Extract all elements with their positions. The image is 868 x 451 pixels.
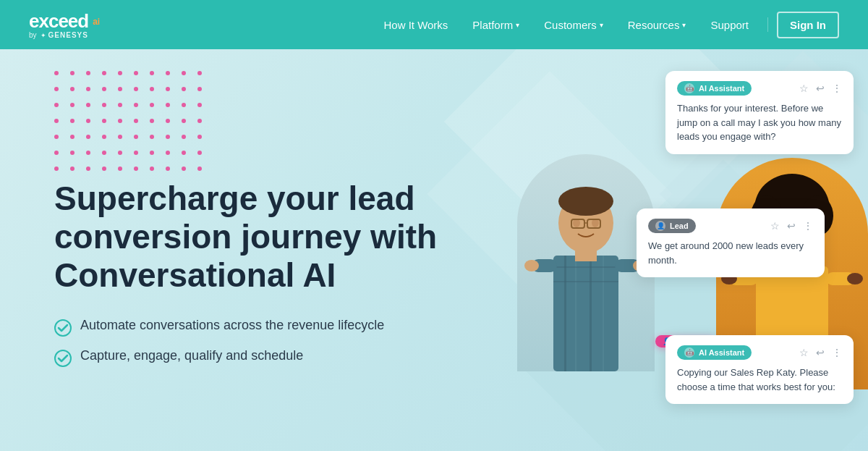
dot	[54, 71, 59, 75]
chat-text-2: We get around 2000 new leads every month…	[648, 239, 813, 267]
svg-rect-5	[590, 256, 592, 371]
ai-assistant-badge-2: 🤖 AI Assistant	[677, 345, 752, 360]
star-icon-2[interactable]: ☆	[770, 220, 780, 232]
svg-point-1	[55, 350, 71, 366]
platform-chevron-icon: ▾	[516, 21, 519, 29]
more-icon[interactable]: ⋮	[832, 83, 842, 94]
hero-feature-1: Automate conversations across the revenu…	[54, 318, 459, 337]
check-icon-2	[54, 350, 72, 367]
chat-text-3: Copying our Sales Rep Katy. Please choos…	[677, 366, 842, 394]
resources-chevron-icon: ▾	[682, 21, 686, 29]
svg-point-10	[558, 187, 613, 216]
reply-icon[interactable]: ↩	[816, 83, 825, 94]
check-icon-1	[54, 319, 72, 337]
person-left-svg	[517, 154, 655, 371]
chat-card-3: 🤖 AI Assistant ☆ ↩ ⋮ Copying our Sales R…	[665, 335, 854, 404]
more-icon-2[interactable]: ⋮	[803, 220, 813, 232]
chat-card-3-header: 🤖 AI Assistant ☆ ↩ ⋮	[677, 345, 842, 360]
more-icon-3[interactable]: ⋮	[832, 347, 842, 358]
dot	[197, 71, 202, 75]
chat-actions-2: ☆ ↩ ⋮	[770, 220, 813, 232]
hero-feature-2: Capture, engage, qualify and schedule	[54, 348, 459, 367]
svg-rect-7	[553, 266, 618, 268]
svg-rect-4	[575, 256, 576, 371]
ai-icon-2: 🤖	[684, 347, 694, 358]
nav-divider	[767, 17, 768, 32]
lead-badge: 👤 Lead	[648, 219, 696, 233]
dot	[102, 71, 106, 75]
chat-actions-3: ☆ ↩ ⋮	[799, 347, 842, 358]
chat-card-1-header: 🤖 AI Assistant ☆ ↩ ⋮	[677, 81, 842, 96]
logo-brand-text: GENESYS	[48, 31, 88, 39]
logo-main: exceedai	[29, 10, 100, 33]
hero-title: Supercharge your lead conversion journey…	[54, 180, 459, 295]
logo-area: exceedai by ✦ GENESYS	[29, 10, 100, 39]
lead-icon: 👤	[655, 221, 665, 231]
dot	[118, 71, 122, 75]
ai-assistant-badge-1: 🤖 AI Assistant	[677, 81, 752, 96]
dot	[134, 71, 138, 75]
logo-by-text: by	[29, 31, 37, 39]
dot	[150, 71, 154, 75]
nav-platform[interactable]: Platform ▾	[462, 13, 529, 37]
reply-icon-3[interactable]: ↩	[816, 347, 825, 358]
nav-customers[interactable]: Customers ▾	[534, 13, 613, 37]
nav-support[interactable]: Support	[700, 13, 759, 37]
logo-text: exceed	[29, 10, 88, 33]
svg-rect-3	[564, 256, 566, 371]
svg-rect-6	[603, 256, 604, 371]
svg-point-19	[524, 260, 539, 271]
header: exceedai by ✦ GENESYS How It Works Platf…	[0, 0, 868, 49]
customers-chevron-icon: ▾	[600, 21, 603, 29]
svg-rect-2	[553, 256, 618, 371]
chat-actions-1: ☆ ↩ ⋮	[799, 83, 842, 94]
dot	[182, 71, 186, 75]
chat-card-2: 👤 Lead ☆ ↩ ⋮ We get around 2000 new lead…	[637, 208, 825, 277]
chat-card-1: 🤖 AI Assistant ☆ ↩ ⋮ Thanks for your int…	[665, 71, 854, 154]
chat-text-1: Thanks for your interest. Before we jump…	[677, 101, 842, 144]
svg-rect-8	[553, 281, 618, 282]
nav-resources[interactable]: Resources ▾	[618, 13, 697, 37]
nav-how-it-works[interactable]: How It Works	[373, 13, 458, 37]
ai-icon-1: 🤖	[684, 83, 694, 93]
star-icon-3[interactable]: ☆	[799, 347, 809, 358]
logo-sub: by ✦ GENESYS	[29, 31, 100, 39]
chat-card-2-header: 👤 Lead ☆ ↩ ⋮	[648, 219, 813, 233]
person-left-circle	[517, 154, 655, 371]
reply-icon-2[interactable]: ↩	[787, 220, 796, 232]
svg-point-36	[847, 273, 863, 284]
dot	[166, 71, 170, 75]
star-icon[interactable]: ☆	[799, 83, 809, 94]
hero-content: Supercharge your lead conversion journey…	[54, 85, 459, 367]
hero-section: Supercharge your lead conversion journey…	[0, 49, 868, 451]
hero-features-list: Automate conversations across the revenu…	[54, 318, 459, 367]
genesys-icon: ✦	[41, 32, 46, 39]
sign-in-button[interactable]: Sign In	[777, 12, 839, 38]
dot	[86, 71, 90, 75]
logo-ai-badge: ai	[93, 17, 100, 27]
dot	[70, 71, 75, 75]
svg-point-0	[55, 320, 71, 336]
main-nav: How It Works Platform ▾ Customers ▾ Reso…	[373, 12, 839, 38]
svg-rect-11	[575, 247, 597, 261]
